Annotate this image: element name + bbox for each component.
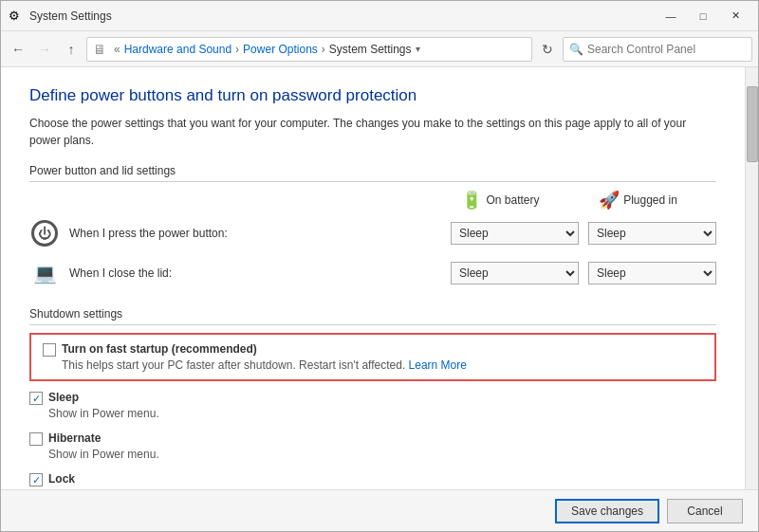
- section1-header: Power button and lid settings: [29, 164, 716, 182]
- breadcrumb-current: System Settings: [329, 43, 412, 56]
- power-button-dropdowns: Sleep Hibernate Shut down Do nothing Sle…: [451, 222, 716, 245]
- plugged-icon: 🚀: [599, 190, 620, 211]
- fast-startup-checkbox[interactable]: [43, 343, 56, 357]
- address-bar: ← → ↑ 🖥 « Hardware and Sound › Power Opt…: [1, 31, 758, 67]
- hibernate-row: Hibernate: [29, 431, 716, 446]
- hibernate-label: Hibernate: [48, 431, 101, 445]
- power-button-section: Power button and lid settings 🔋 On batte…: [29, 164, 716, 288]
- hibernate-checkbox[interactable]: [29, 432, 43, 446]
- window-icon: ⚙: [9, 9, 24, 24]
- control-panel-icon: 🖥: [93, 42, 106, 57]
- content-area: Define power buttons and turn on passwor…: [1, 67, 758, 489]
- lock-group: ✓ Lock Show in account picture menu.: [29, 468, 716, 489]
- lid-battery-select[interactable]: Sleep Hibernate Shut down Do nothing: [451, 262, 579, 284]
- lock-label: Lock: [48, 472, 75, 486]
- page-title: Define power buttons and turn on passwor…: [29, 86, 716, 105]
- sleep-desc: Show in Power menu.: [48, 407, 716, 420]
- window-controls: — □ ✕: [656, 7, 750, 26]
- lid-dropdowns: Sleep Hibernate Shut down Do nothing Sle…: [451, 262, 716, 284]
- lid-icon: 💻: [29, 258, 60, 288]
- maximize-button[interactable]: □: [688, 7, 718, 26]
- footer-bar: Save changes Cancel: [1, 489, 758, 531]
- main-content: Define power buttons and turn on passwor…: [1, 67, 745, 489]
- search-icon: 🔍: [569, 43, 583, 56]
- section2-header: Shutdown settings: [29, 307, 716, 325]
- save-changes-button[interactable]: Save changes: [555, 499, 659, 523]
- refresh-button[interactable]: ↻: [536, 38, 559, 61]
- scrollbar-thumb[interactable]: [747, 86, 758, 162]
- back-button[interactable]: ←: [7, 38, 29, 61]
- sleep-label: Sleep: [48, 391, 79, 404]
- sleep-row: ✓ Sleep: [29, 391, 716, 405]
- fast-startup-label: Turn on fast startup (recommended): [62, 342, 257, 356]
- title-bar: ⚙ System Settings — □ ✕: [1, 1, 758, 31]
- lid-plugged-select[interactable]: Sleep Hibernate Shut down Do nothing: [588, 262, 716, 284]
- lock-row: ✓ Lock: [29, 472, 716, 486]
- column-headers: 🔋 On battery 🚀 Plugged in: [29, 190, 716, 211]
- shutdown-section: Shutdown settings Turn on fast startup (…: [29, 307, 716, 489]
- lid-label: When I close the lid:: [69, 266, 451, 280]
- hibernate-group: Hibernate Show in Power menu.: [29, 428, 716, 465]
- plugged-column-header: 🚀 Plugged in: [569, 190, 707, 211]
- scrollbar[interactable]: [745, 67, 758, 489]
- power-button-battery-select[interactable]: Sleep Hibernate Shut down Do nothing: [451, 222, 579, 245]
- breadcrumb-dropdown-arrow[interactable]: ▾: [416, 44, 420, 54]
- breadcrumb-hardware-sound[interactable]: Hardware and Sound: [124, 43, 231, 56]
- learn-more-link[interactable]: Learn More: [409, 358, 467, 372]
- breadcrumb-power-options[interactable]: Power Options: [243, 43, 318, 56]
- power-button-icon: ⏻: [29, 218, 60, 248]
- forward-button[interactable]: →: [33, 38, 56, 61]
- cancel-button[interactable]: Cancel: [667, 499, 743, 523]
- power-icon-circle: ⏻: [31, 220, 58, 247]
- lock-checkbox[interactable]: ✓: [29, 473, 43, 486]
- fast-startup-desc: This helps start your PC faster after sh…: [62, 358, 703, 372]
- up-button[interactable]: ↑: [60, 38, 83, 61]
- search-box: 🔍: [563, 37, 752, 62]
- page-description: Choose the power settings that you want …: [29, 115, 716, 149]
- minimize-button[interactable]: —: [656, 7, 686, 26]
- sleep-group: ✓ Sleep Show in Power menu.: [29, 387, 716, 424]
- power-button-label: When I press the power button:: [69, 227, 451, 240]
- close-button[interactable]: ✕: [720, 7, 750, 26]
- system-settings-window: ⚙ System Settings — □ ✕ ← → ↑ 🖥 « Hardwa…: [0, 0, 759, 532]
- battery-column-header: 🔋 On battery: [432, 190, 569, 211]
- search-input[interactable]: [587, 43, 746, 56]
- hibernate-desc: Show in Power menu.: [48, 448, 716, 461]
- power-button-plugged-select[interactable]: Sleep Hibernate Shut down Do nothing: [588, 222, 716, 245]
- fast-startup-row: Turn on fast startup (recommended): [43, 342, 703, 357]
- battery-icon: 🔋: [461, 190, 482, 211]
- fast-startup-group: Turn on fast startup (recommended) This …: [29, 333, 716, 381]
- window-title: System Settings: [29, 9, 656, 23]
- sleep-checkbox[interactable]: ✓: [29, 392, 43, 405]
- breadcrumb: 🖥 « Hardware and Sound › Power Options ›…: [86, 37, 532, 62]
- power-button-row: ⏻ When I press the power button: Sleep H…: [29, 218, 716, 248]
- lid-row: 💻 When I close the lid: Sleep Hibernate …: [29, 258, 716, 288]
